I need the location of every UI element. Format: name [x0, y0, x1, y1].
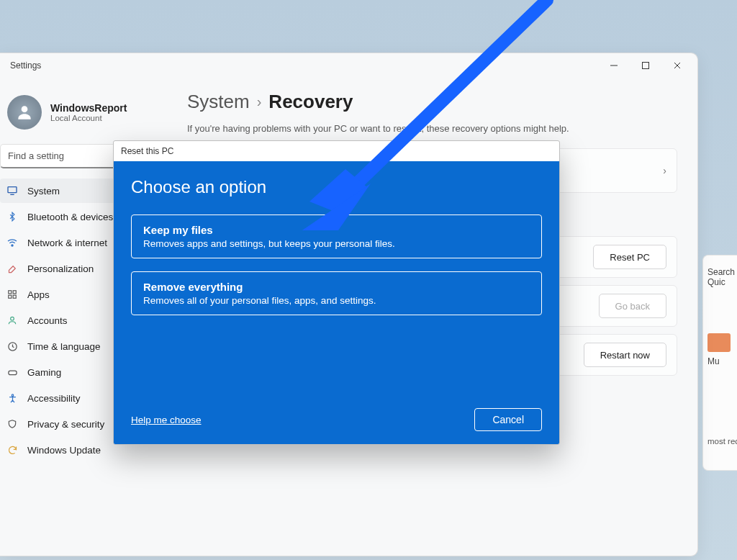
option-keep-my-files[interactable]: Keep my files Removes apps and settings,…	[131, 214, 542, 258]
svg-rect-10	[9, 291, 12, 294]
chevron-right-icon: ›	[257, 94, 262, 110]
person-icon	[6, 314, 19, 327]
breadcrumb: System › Recovery	[187, 91, 677, 113]
go-back-button: Go back	[599, 294, 666, 318]
sidebar-label: Windows Update	[27, 445, 101, 456]
sidebar-label: Personalization	[27, 263, 94, 274]
svg-rect-12	[9, 295, 12, 298]
svg-rect-16	[8, 371, 16, 375]
shield-icon	[6, 417, 19, 430]
svg-point-4	[22, 106, 28, 112]
close-button[interactable]	[661, 55, 693, 76]
background-window: Search Quic Mu most recen	[702, 255, 737, 471]
user-name: WindowsReport	[50, 102, 127, 114]
minimize-button[interactable]	[598, 55, 630, 76]
sidebar-label: Network & internet	[27, 238, 107, 248]
dialog-heading: Choose an option	[131, 177, 542, 197]
sidebar-label: Apps	[27, 289, 50, 300]
user-account: Local Account	[50, 114, 127, 122]
restart-now-button[interactable]: Restart now	[584, 343, 666, 367]
sidebar-label: System	[27, 186, 60, 197]
help-me-choose-link[interactable]: Help me choose	[131, 415, 202, 425]
dialog-title: Reset this PC	[114, 141, 559, 161]
wifi-icon	[6, 236, 19, 249]
sidebar-label: Privacy & security	[27, 419, 104, 430]
svg-rect-13	[13, 295, 16, 298]
option-desc: Removes apps and settings, but keeps you…	[143, 238, 530, 249]
user-block[interactable]: WindowsReport Local Account	[0, 91, 167, 144]
titlebar: Settings	[0, 53, 697, 78]
svg-rect-7	[8, 187, 17, 193]
reset-pc-button[interactable]: Reset PC	[593, 245, 666, 269]
bg-label-fragment: Mu	[707, 356, 733, 366]
clock-icon	[6, 340, 19, 353]
display-icon	[6, 184, 19, 197]
paint-icon	[6, 262, 19, 275]
bluetooth-icon	[6, 210, 19, 223]
update-icon	[6, 443, 19, 456]
option-remove-everything[interactable]: Remove everything Removes all of your pe…	[131, 271, 542, 315]
option-desc: Removes all of your personal files, apps…	[143, 295, 530, 306]
bg-search-fragment[interactable]: Search Quic	[707, 267, 733, 287]
sidebar-label: Time & language	[27, 341, 101, 352]
bg-recent-fragment: most recen	[707, 437, 733, 446]
sidebar-label: Accessibility	[27, 393, 81, 404]
svg-point-14	[11, 317, 14, 320]
avatar	[7, 95, 42, 130]
chevron-right-icon: ›	[663, 165, 666, 176]
cancel-button[interactable]: Cancel	[474, 408, 542, 431]
svg-rect-11	[13, 291, 16, 294]
svg-point-17	[12, 394, 14, 396]
page-description: If you're having problems with your PC o…	[187, 123, 677, 134]
reset-pc-dialog: Reset this PC Choose an option Keep my f…	[113, 140, 560, 445]
bg-folder-icon	[707, 333, 731, 352]
crumb-current: Recovery	[268, 91, 353, 113]
maximize-button[interactable]	[630, 55, 661, 76]
option-title: Keep my files	[143, 224, 530, 236]
apps-icon	[6, 288, 19, 301]
window-title: Settings	[10, 60, 41, 71]
svg-point-9	[12, 245, 13, 246]
svg-rect-1	[643, 63, 649, 69]
sidebar-label: Gaming	[27, 367, 61, 378]
sidebar-label: Accounts	[27, 315, 68, 326]
sidebar-label: Bluetooth & devices	[27, 212, 113, 222]
gaming-icon	[6, 366, 19, 379]
option-title: Remove everything	[143, 281, 530, 293]
accessibility-icon	[6, 392, 19, 405]
crumb-parent[interactable]: System	[187, 91, 250, 113]
